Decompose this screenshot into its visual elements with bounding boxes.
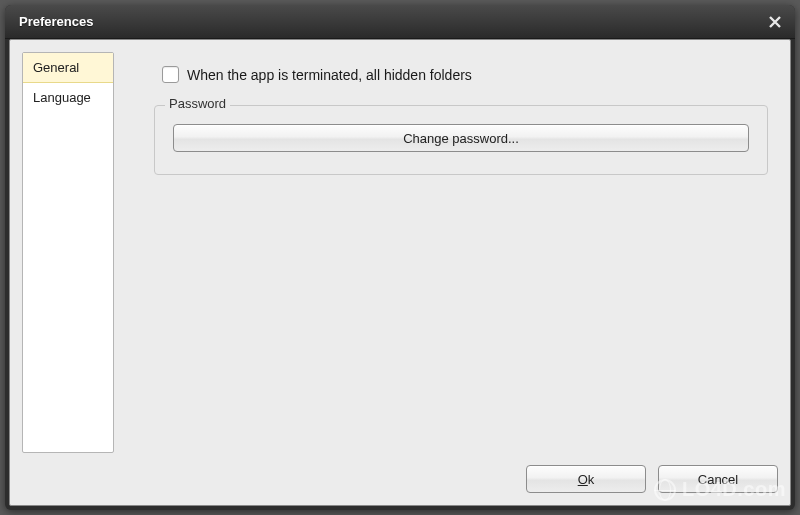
ok-rest: k [588, 472, 595, 487]
password-group-label: Password [165, 96, 230, 111]
cancel-button[interactable]: Cancel [658, 465, 778, 493]
sidebar: General Language [22, 52, 114, 453]
change-password-button[interactable]: Change password... [173, 124, 749, 152]
terminate-checkbox[interactable] [162, 66, 179, 83]
content-frame: General Language When the app is termina… [9, 39, 791, 506]
general-panel: When the app is terminated, all hidden f… [126, 52, 778, 453]
sidebar-item-general[interactable]: General [23, 53, 113, 83]
ok-button[interactable]: Ok [526, 465, 646, 493]
terminate-checkbox-label: When the app is terminated, all hidden f… [187, 67, 472, 83]
main-area: General Language When the app is termina… [22, 52, 778, 453]
sidebar-item-label: General [33, 60, 79, 75]
ok-underline: O [578, 472, 588, 487]
preferences-window: Preferences General Language When the ap… [5, 5, 795, 510]
close-button[interactable] [765, 12, 785, 32]
titlebar[interactable]: Preferences [5, 5, 795, 39]
close-icon [768, 15, 782, 29]
terminate-option-row: When the app is terminated, all hidden f… [126, 66, 778, 83]
sidebar-item-language[interactable]: Language [23, 83, 113, 113]
password-group: Password Change password... [154, 105, 768, 175]
sidebar-item-label: Language [33, 90, 91, 105]
dialog-footer: Ok Cancel [22, 453, 778, 493]
window-title: Preferences [19, 14, 765, 29]
